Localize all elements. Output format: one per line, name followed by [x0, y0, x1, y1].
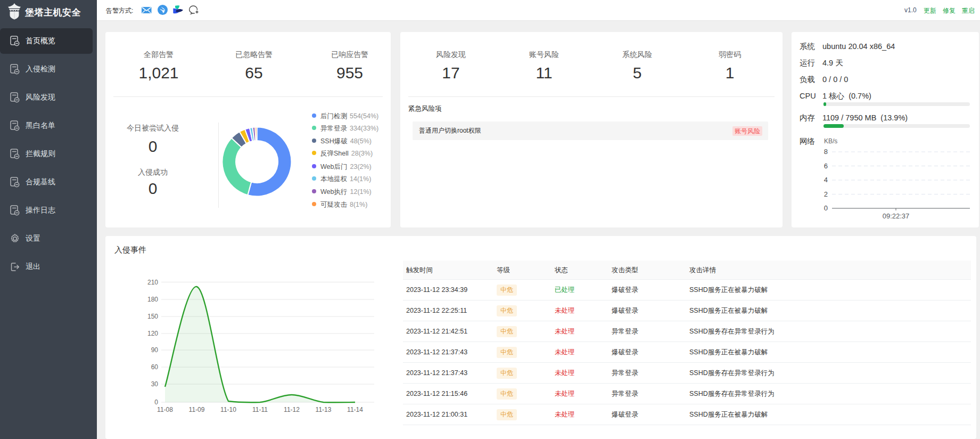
svg-text:210: 210: [147, 279, 158, 286]
svg-text:11-13: 11-13: [316, 406, 332, 413]
svg-text:11-10: 11-10: [220, 406, 236, 413]
svg-text:6: 6: [824, 162, 828, 170]
svg-text:11-08: 11-08: [157, 406, 173, 413]
svg-text:2: 2: [824, 190, 828, 198]
svg-text:0: 0: [154, 399, 158, 406]
svg-text:09:22:37: 09:22:37: [883, 212, 910, 220]
svg-text:180: 180: [147, 296, 158, 303]
svg-text:30: 30: [151, 380, 159, 388]
svg-text:11-12: 11-12: [284, 406, 300, 413]
svg-text:11-11: 11-11: [252, 406, 268, 413]
svg-text:0: 0: [824, 204, 828, 212]
svg-text:4: 4: [824, 176, 828, 184]
svg-text:8: 8: [824, 148, 828, 156]
svg-text:11-09: 11-09: [189, 406, 205, 413]
svg-text:120: 120: [147, 330, 158, 337]
svg-text:11-14: 11-14: [347, 406, 363, 413]
svg-text:90: 90: [151, 346, 159, 354]
svg-text:60: 60: [151, 363, 159, 371]
svg-text:150: 150: [147, 313, 158, 320]
